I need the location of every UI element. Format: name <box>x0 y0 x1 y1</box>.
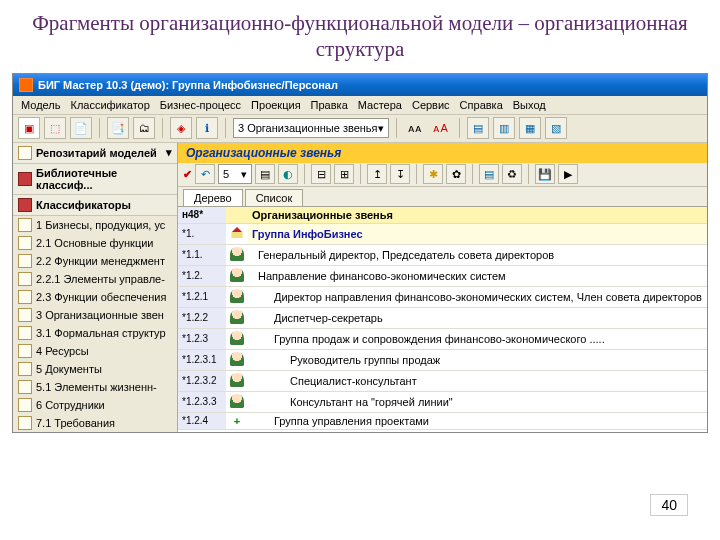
sidebar-item[interactable]: 3.1 Формальная структур <box>13 324 177 342</box>
grid-row[interactable]: *1.1. Генеральный директор, Председатель… <box>178 244 707 265</box>
panel-btn-1[interactable]: ▤ <box>255 164 275 184</box>
grid-row[interactable]: *1.2.3.3 Консультант на "горячей линии" <box>178 391 707 412</box>
sidebar-item-label: 5 Документы <box>36 363 102 375</box>
check-icon[interactable]: ✔ <box>183 168 192 181</box>
toolbar-btn-2[interactable]: ⬚ <box>44 117 66 139</box>
person-icon <box>230 268 244 282</box>
main-toolbar: ▣ ⬚ 📄 📑 🗂 ◈ ℹ 3 Организационные звенья ▾… <box>13 115 707 143</box>
sidebar-item-label: 5.1 Элементы жизненн- <box>36 381 157 393</box>
sidebar-category-class[interactable]: Классификаторы <box>13 195 177 216</box>
menu-business-process[interactable]: Бизнес-процесс <box>160 99 241 111</box>
menu-service[interactable]: Сервис <box>412 99 450 111</box>
sidebar-item-label: 2.1 Основные функции <box>36 237 154 249</box>
doc-icon <box>18 398 32 412</box>
doc-icon <box>18 380 32 394</box>
main-panel: Организационные звенья ✔ ↶ 5 ▾ ▤ ◐ ⊟ ⊞ ↥… <box>178 143 707 432</box>
panel-btn-8[interactable]: ✿ <box>446 164 466 184</box>
sidebar-item-label: 4 Ресурсы <box>36 345 89 357</box>
toolbar-btn-11[interactable]: ▧ <box>545 117 567 139</box>
menu-exit[interactable]: Выход <box>513 99 546 111</box>
row-number: *1.2.2 <box>178 307 226 328</box>
toolbar-btn-7[interactable]: ℹ <box>196 117 218 139</box>
sidebar-item[interactable]: 4 Ресурсы <box>13 342 177 360</box>
sidebar-item[interactable]: 5 Документы <box>13 360 177 378</box>
app-window: БИГ Мастер 10.3 (демо): Группа Инфобизне… <box>12 73 708 433</box>
sidebar-item[interactable]: 2.2 Функции менеджмент <box>13 252 177 270</box>
grid-row[interactable]: *1.2.3.1 Руководитель группы продаж <box>178 349 707 370</box>
sidebar-item[interactable]: 6 Сотрудники <box>13 396 177 414</box>
toolbar-btn-9[interactable]: ▥ <box>493 117 515 139</box>
toolbar-btn-4[interactable]: 📑 <box>107 117 129 139</box>
undo-icon[interactable]: ↶ <box>195 164 215 184</box>
sidebar-item-label: 7.1 Требования <box>36 417 115 429</box>
books-icon <box>18 198 32 212</box>
person-icon <box>230 331 244 345</box>
toolbar-font-1[interactable]: ᴀᴀ <box>404 117 426 139</box>
doc-icon <box>18 218 32 232</box>
grid-row[interactable]: *1. Группа ИнфоБизнес <box>178 223 707 244</box>
tab-tree[interactable]: Дерево <box>183 189 243 206</box>
menu-projection[interactable]: Проекция <box>251 99 300 111</box>
doc-icon <box>18 254 32 268</box>
menu-model[interactable]: Модель <box>21 99 60 111</box>
save-icon[interactable]: 💾 <box>535 164 555 184</box>
menu-masters[interactable]: Мастера <box>358 99 402 111</box>
row-label: Группа управления проектами <box>248 412 707 429</box>
grid-row[interactable]: *1.2.2 Диспетчер-секретарь <box>178 307 707 328</box>
sidebar-item-label: 2.2.1 Элементы управле- <box>36 273 165 285</box>
menu-bar: Модель Классификатор Бизнес-процесс Прое… <box>13 96 707 115</box>
title-bar[interactable]: БИГ Мастер 10.3 (демо): Группа Инфобизне… <box>13 74 707 96</box>
tab-list[interactable]: Список <box>245 189 304 206</box>
doc-icon <box>18 416 32 430</box>
grid-row[interactable]: *1.2.1 Директор направления финансово-эк… <box>178 286 707 307</box>
row-icon-cell <box>226 307 248 328</box>
panel-btn-9[interactable]: ▤ <box>479 164 499 184</box>
sidebar-item-label: 2.3 Функции обеспечения <box>36 291 166 303</box>
menu-help[interactable]: Справка <box>460 99 503 111</box>
person-icon <box>230 310 244 324</box>
grid-head-row[interactable]: н48* Организационные звенья <box>178 207 707 224</box>
panel-btn-7[interactable]: ✱ <box>423 164 443 184</box>
grid-row[interactable]: *1.2.4 + Группа управления проектами <box>178 412 707 429</box>
sidebar-category-lib[interactable]: Библиотечные классиф... <box>13 164 177 195</box>
panel-btn-10[interactable]: ♻ <box>502 164 522 184</box>
toolbar-btn-6[interactable]: ◈ <box>170 117 192 139</box>
toolbar-btn-1[interactable]: ▣ <box>18 117 40 139</box>
row-label: Консультант на "горячей линии" <box>248 391 707 412</box>
sidebar-item[interactable]: 2.3 Функции обеспечения <box>13 288 177 306</box>
slide-heading: Фрагменты организационно-функциональной … <box>0 0 720 69</box>
sidebar-item[interactable]: 2.2.1 Элементы управле- <box>13 270 177 288</box>
menu-classifier[interactable]: Классификатор <box>70 99 149 111</box>
panel-btn-5[interactable]: ↥ <box>367 164 387 184</box>
toolbar-font-2[interactable]: ᴀA <box>430 117 452 139</box>
house-icon <box>230 226 244 240</box>
level-combo[interactable]: 5 ▾ <box>218 164 252 184</box>
sidebar-category-repo[interactable]: Репозитарий моделей ▾ <box>13 143 177 164</box>
row-number: *1. <box>178 223 226 244</box>
repo-icon <box>18 146 32 160</box>
person-icon <box>230 247 244 261</box>
classifier-combo[interactable]: 3 Организационные звенья ▾ <box>233 118 389 138</box>
toolbar-btn-3[interactable]: 📄 <box>70 117 92 139</box>
grid-row[interactable]: *1.2.3 Группа продаж и сопровождения фин… <box>178 328 707 349</box>
sidebar-item[interactable]: 1 Бизнесы, продукция, ус <box>13 216 177 234</box>
toolbar-btn-5[interactable]: 🗂 <box>133 117 155 139</box>
person-icon <box>230 373 244 387</box>
panel-btn-3[interactable]: ⊟ <box>311 164 331 184</box>
toolbar-btn-10[interactable]: ▦ <box>519 117 541 139</box>
panel-btn-11[interactable]: ▶ <box>558 164 578 184</box>
panel-btn-6[interactable]: ↧ <box>390 164 410 184</box>
person-icon <box>230 394 244 408</box>
grid-row[interactable]: *1.2.3.2 Специалист-консультант <box>178 370 707 391</box>
grid-row[interactable]: *1.2. Направление финансово-экономически… <box>178 265 707 286</box>
panel-tabs: Дерево Список <box>178 187 707 207</box>
sidebar-item[interactable]: 3 Организационные звен <box>13 306 177 324</box>
sidebar-item[interactable]: 2.1 Основные функции <box>13 234 177 252</box>
sidebar-item[interactable]: 7.1 Требования <box>13 414 177 432</box>
sidebar-item-label: 6 Сотрудники <box>36 399 105 411</box>
toolbar-btn-8[interactable]: ▤ <box>467 117 489 139</box>
menu-edit[interactable]: Правка <box>311 99 348 111</box>
panel-btn-4[interactable]: ⊞ <box>334 164 354 184</box>
sidebar-item[interactable]: 5.1 Элементы жизненн- <box>13 378 177 396</box>
panel-btn-2[interactable]: ◐ <box>278 164 298 184</box>
